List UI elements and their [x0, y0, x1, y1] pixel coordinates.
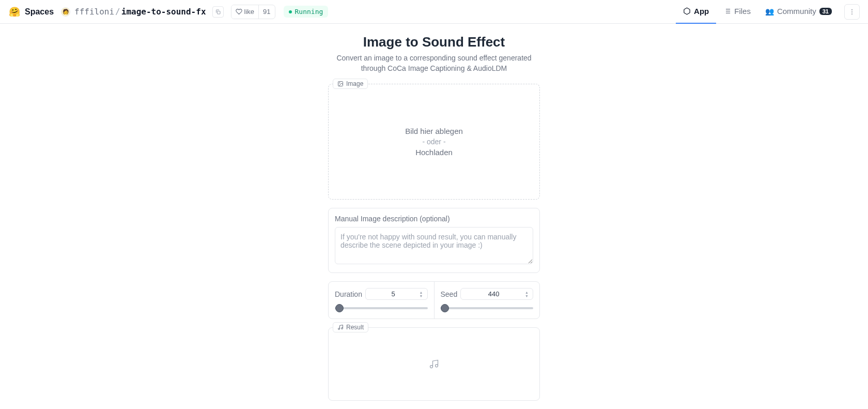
image-drop-zone[interactable]: Bild hier ablegen - oder - Hochladen — [329, 84, 539, 199]
tab-files[interactable]: Files — [716, 0, 758, 24]
duration-label: Duration — [335, 290, 362, 298]
status-text: Running — [295, 8, 323, 16]
duration-slider-thumb[interactable] — [335, 304, 344, 312]
breadcrumb-repo[interactable]: image-to-sound-fx — [121, 7, 206, 17]
svg-point-9 — [851, 13, 853, 14]
heart-icon — [236, 8, 242, 15]
seed-label: Seed — [441, 290, 458, 298]
tab-app[interactable]: App — [676, 0, 716, 24]
breadcrumb: fffiloni / image-to-sound-fx — [74, 7, 206, 17]
or-text: - oder - — [422, 138, 445, 146]
breadcrumb-owner[interactable]: fffiloni — [74, 7, 114, 17]
files-icon — [723, 7, 731, 15]
app-icon — [683, 7, 691, 15]
seed-slider-thumb[interactable] — [441, 304, 449, 312]
svg-point-12 — [338, 328, 340, 330]
top-bar: 🤗 Spaces 🧑 fffiloni / image-to-sound-fx … — [0, 0, 868, 24]
topbar-left: 🤗 Spaces 🧑 fffiloni / image-to-sound-fx … — [8, 5, 328, 19]
drop-here-text: Bild hier ablegen — [405, 127, 463, 135]
svg-rect-0 — [217, 11, 220, 14]
like-label: like — [244, 8, 255, 16]
community-count-badge: 31 — [819, 8, 832, 15]
duration-input[interactable] — [365, 288, 428, 300]
community-icon: 👥 — [765, 7, 774, 16]
image-icon — [337, 81, 344, 87]
image-label-text: Image — [346, 80, 363, 87]
tab-community-label: Community — [777, 7, 816, 16]
image-panel-label: Image — [333, 79, 368, 89]
more-vertical-icon — [848, 8, 856, 16]
result-label-text: Result — [346, 324, 364, 331]
copy-button[interactable] — [212, 6, 224, 18]
seed-input[interactable] — [460, 288, 533, 300]
main-content: Image to Sound Effect Convert an image t… — [0, 24, 868, 409]
seed-cell: Seed ▲▼ — [435, 282, 540, 319]
hf-logo-icon[interactable]: 🤗 — [8, 6, 21, 18]
description-label: Manual Image description (optional) — [335, 215, 533, 223]
status-dot-icon — [289, 10, 292, 13]
svg-point-11 — [339, 83, 340, 84]
tab-app-label: App — [694, 7, 709, 16]
svg-point-15 — [436, 365, 438, 367]
svg-point-13 — [342, 328, 343, 329]
upload-text: Hochladen — [415, 148, 453, 157]
spaces-label[interactable]: Spaces — [25, 7, 54, 17]
description-panel: Manual Image description (optional) — [328, 208, 540, 273]
image-upload-panel[interactable]: Image Bild hier ablegen - oder - Hochlad… — [328, 84, 540, 200]
owner-avatar[interactable]: 🧑 — [61, 7, 70, 17]
result-panel-label: Result — [333, 322, 368, 332]
svg-point-7 — [851, 9, 853, 10]
tab-community[interactable]: 👥 Community 31 — [758, 0, 839, 24]
svg-point-14 — [430, 366, 433, 368]
duration-cell: Duration ▲▼ — [329, 282, 435, 319]
page-title: Image to Sound Effect — [363, 34, 505, 50]
duration-slider[interactable] — [335, 304, 428, 312]
breadcrumb-slash: / — [115, 7, 120, 17]
copy-icon — [215, 9, 221, 15]
like-button[interactable]: like — [231, 5, 259, 19]
audio-icon — [337, 324, 344, 330]
topbar-right: App Files 👥 Community 31 — [676, 0, 860, 24]
svg-point-8 — [851, 11, 853, 12]
like-group: like 91 — [231, 5, 275, 19]
controls-panel: Duration ▲▼ Seed ▲▼ — [328, 281, 540, 319]
description-textarea[interactable] — [335, 227, 533, 264]
page-subtitle: Convert an image to a corresponding soun… — [326, 53, 542, 73]
tab-files-label: Files — [734, 7, 751, 16]
music-note-icon — [429, 359, 439, 369]
status-badge: Running — [284, 6, 329, 18]
result-panel: Result — [328, 327, 540, 401]
more-button[interactable] — [844, 4, 860, 20]
like-count: 91 — [259, 8, 274, 16]
seed-slider[interactable] — [441, 304, 534, 312]
result-area — [329, 328, 539, 400]
